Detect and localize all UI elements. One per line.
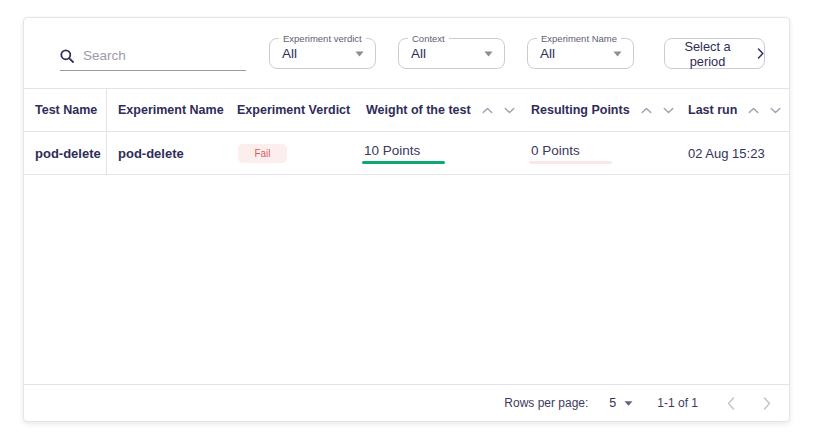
next-page-button[interactable] [761, 395, 773, 412]
column-divider [106, 132, 107, 174]
caret-down-icon [613, 51, 622, 57]
rows-per-page-select[interactable]: 5 [609, 396, 633, 410]
search-icon [60, 49, 74, 63]
header-experiment-name: Experiment Name [118, 89, 224, 131]
resulting-points-progress-bar [529, 161, 612, 164]
sort-up-icon[interactable] [482, 107, 493, 114]
cell-weight-of-test: 10 Points [362, 143, 445, 164]
sort-down-icon[interactable] [663, 107, 674, 114]
cell-resulting-points: 0 Points [529, 143, 612, 164]
results-card: Experiment verdict All Context All Exper… [23, 17, 790, 422]
context-label: Context [408, 33, 449, 44]
header-resulting-points: Resulting Points [531, 89, 674, 131]
sort-down-icon[interactable] [504, 107, 515, 114]
experiment-verdict-label: Experiment verdict [279, 33, 366, 44]
header-weight-of-test-label: Weight of the test [366, 103, 471, 117]
select-period-button[interactable]: Select a period [664, 38, 765, 69]
sort-up-icon[interactable] [748, 107, 759, 114]
caret-down-icon [484, 51, 493, 57]
experiment-verdict-select[interactable]: Experiment verdict All [269, 38, 376, 69]
verdict-fail-badge: Fail [238, 144, 287, 163]
column-divider [106, 89, 107, 131]
weight-value: 10 Points [364, 143, 445, 158]
header-test-name: Test Name [35, 89, 97, 131]
resulting-points-value: 0 Points [531, 143, 612, 158]
table-row[interactable]: pod-delete pod-delete Fail 10 Points 0 P… [24, 132, 789, 175]
header-weight-of-test: Weight of the test [366, 89, 515, 131]
cell-test-name: pod-delete [35, 132, 101, 174]
header-experiment-verdict: Experiment Verdict [237, 89, 350, 131]
caret-down-icon [624, 401, 633, 406]
rows-per-page-label: Rows per page: [504, 396, 588, 410]
header-resulting-points-label: Resulting Points [531, 103, 630, 117]
table-empty-area [24, 175, 789, 384]
search-input[interactable] [83, 48, 233, 63]
chevron-left-icon [727, 397, 735, 410]
header-last-run: Last run [688, 89, 781, 131]
search-box[interactable] [60, 48, 246, 71]
previous-page-button[interactable] [725, 395, 737, 412]
header-last-run-label: Last run [688, 103, 737, 117]
context-value: All [411, 46, 426, 61]
filter-bar: Experiment verdict All Context All Exper… [24, 18, 789, 89]
pagination-footer: Rows per page: 5 1-1 of 1 [24, 384, 789, 421]
chevron-right-icon [763, 397, 771, 410]
experiment-name-select[interactable]: Experiment Name All [527, 38, 634, 69]
pagination-range: 1-1 of 1 [657, 396, 698, 410]
cell-last-run: 02 Aug 15:23 [688, 132, 765, 174]
sort-controls-weight [482, 107, 515, 114]
context-select[interactable]: Context All [398, 38, 505, 69]
caret-down-icon [355, 51, 364, 57]
sort-controls-last-run [748, 107, 781, 114]
weight-progress-bar [362, 161, 445, 164]
sort-down-icon[interactable] [770, 107, 781, 114]
sort-up-icon[interactable] [641, 107, 652, 114]
table-header-row: Test Name Experiment Name Experiment Ver… [24, 89, 789, 132]
cell-experiment-name: pod-delete [118, 132, 184, 174]
chevron-right-icon [757, 48, 764, 59]
experiment-name-label: Experiment Name [537, 33, 621, 44]
experiment-verdict-value: All [282, 46, 297, 61]
rows-per-page-value: 5 [609, 396, 616, 410]
select-period-label: Select a period [665, 39, 750, 69]
sort-controls-resulting-points [641, 107, 674, 114]
experiment-name-value: All [540, 46, 555, 61]
